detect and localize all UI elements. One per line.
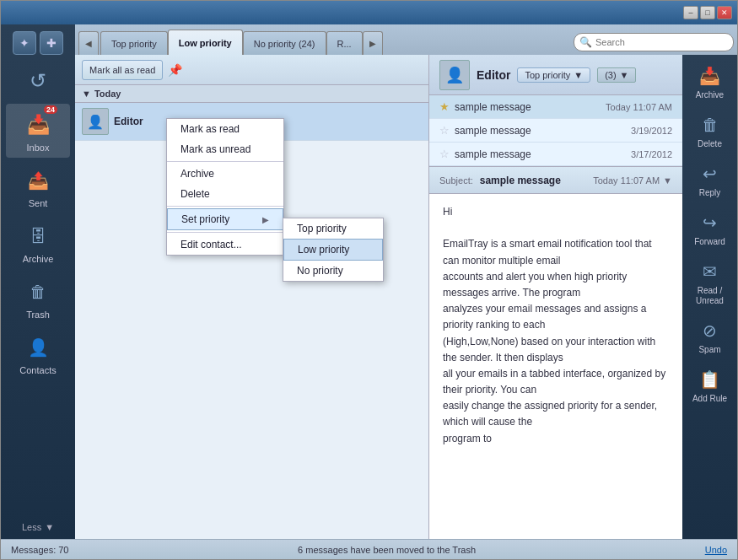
star-logo-button[interactable]: ✦: [13, 31, 36, 55]
refresh-button[interactable]: ↺: [6, 60, 70, 102]
add-rule-action-icon-area: 📋: [696, 367, 725, 392]
add-rule-action-icon: 📋: [699, 369, 720, 390]
mark-all-read-button[interactable]: Mark all as read: [82, 60, 163, 80]
message-count[interactable]: (3) ▼: [597, 67, 636, 83]
trash-icon: 🗑: [30, 283, 46, 302]
message-rows: ★ sample message Today 11:07 AM ☆ sample…: [429, 95, 682, 167]
priority-label: Top priority: [525, 70, 570, 80]
message-date-2: 3/17/2012: [631, 149, 672, 159]
count-label: (3): [605, 70, 616, 80]
less-button[interactable]: Less ▼: [22, 522, 54, 532]
title-bar-buttons: – □ ✕: [683, 6, 732, 19]
main-area: ✦ ✚ ↺ 📥 24 Inbox 📤 Sent: [1, 24, 737, 539]
spam-action-button[interactable]: ⊘ Spam: [686, 313, 735, 360]
minimize-button[interactable]: –: [683, 6, 698, 19]
message-count-status: Messages: 70: [11, 545, 68, 555]
message-date-0: Today 11:07 AM: [606, 102, 672, 112]
ctx-mark-unread[interactable]: Mark as unread: [167, 139, 283, 159]
ctx-set-priority-label: Set priority: [181, 213, 229, 225]
contacts-label: Contacts: [19, 365, 56, 375]
inbox-label: Inbox: [27, 143, 50, 153]
maximize-button[interactable]: □: [700, 6, 715, 19]
ctx-edit-contact[interactable]: Edit contact...: [167, 234, 283, 255]
tab-no-priority[interactable]: No priority (24): [243, 31, 326, 55]
refresh-icon: ↺: [30, 69, 46, 93]
refresh-icon-area: ↺: [22, 65, 54, 97]
content-area: ◀ Top priority Low priority No priority …: [75, 24, 737, 539]
ctx-archive[interactable]: Archive: [167, 164, 283, 184]
add-rule-action-label: Add Rule: [692, 394, 727, 404]
sent-icon: 📤: [28, 170, 49, 191]
message-date-1: 3/19/2012: [631, 126, 672, 136]
pin-icon: 📌: [168, 63, 182, 77]
message-row-0[interactable]: ★ sample message Today 11:07 AM: [429, 95, 682, 119]
read-unread-action-button[interactable]: ✉ Read / Unread: [686, 254, 735, 311]
contacts-icon-area: 👤: [22, 331, 54, 363]
sidebar-item-sent[interactable]: 📤 Sent: [6, 159, 70, 213]
archive-action-button[interactable]: 📥 Archive: [686, 58, 735, 105]
spam-action-icon-area: ⊘: [696, 318, 725, 343]
reply-action-button[interactable]: ↩ Reply: [686, 156, 735, 203]
tab-r[interactable]: R...: [326, 31, 363, 55]
less-label: Less: [22, 522, 41, 532]
reading-sender: Editor: [477, 68, 510, 82]
message-subject-2: sample message: [455, 148, 631, 160]
tab-low-priority[interactable]: Low priority: [168, 30, 243, 55]
group-header-today: ▼ Today: [75, 85, 428, 103]
add-account-button[interactable]: ✚: [40, 31, 63, 55]
sidebar-item-archive[interactable]: 🗄 Archive: [6, 215, 70, 269]
read-unread-action-label: Read / Unread: [696, 286, 724, 306]
count-chevron-icon: ▼: [620, 70, 629, 80]
ctx-separator-2: [167, 206, 283, 207]
sidebar-item-trash[interactable]: 🗑 Trash: [6, 271, 70, 325]
star-icon-1[interactable]: ☆: [439, 124, 450, 137]
sidebar-item-inbox[interactable]: 📥 24 Inbox: [6, 104, 70, 158]
tab-prev-button[interactable]: ◀: [78, 31, 99, 55]
trash-label: Trash: [26, 310, 50, 320]
search-input[interactable]: [595, 37, 728, 47]
ctx-set-priority[interactable]: Set priority ▶: [167, 208, 283, 230]
subject-dropdown-icon[interactable]: ▼: [663, 175, 672, 186]
forward-action-icon-area: ↪: [696, 210, 725, 235]
star-icon-2[interactable]: ☆: [439, 148, 450, 160]
subject-date: Today 11:07 AM ▼: [593, 175, 672, 186]
mark-all-read-label: Mark all as read: [89, 65, 155, 75]
reading-body: Hi EmailTray is a smart email notificati…: [429, 194, 682, 539]
submenu-low-priority[interactable]: Low priority: [283, 239, 383, 261]
ctx-mark-read[interactable]: Mark as read: [167, 119, 283, 139]
contacts-icon: 👤: [28, 337, 49, 358]
tab-top-priority[interactable]: Top priority: [100, 31, 168, 55]
submenu-top-priority-label: Top priority: [297, 223, 347, 234]
ctx-delete-label: Delete: [180, 188, 210, 200]
title-bar: – □ ✕: [1, 1, 737, 24]
delete-action-label: Delete: [698, 139, 722, 149]
priority-badge[interactable]: Top priority ▼: [517, 67, 590, 83]
delete-action-icon-area: 🗑: [696, 112, 725, 137]
subject-bar: Subject: sample message Today 11:07 AM ▼: [429, 167, 682, 194]
inbox-icon-area: 📥 24: [22, 109, 54, 141]
list-toolbar: Mark all as read 📌: [75, 55, 428, 85]
add-rule-action-button[interactable]: 📋 Add Rule: [686, 362, 735, 409]
sidebar: ✦ ✚ ↺ 📥 24 Inbox 📤 Sent: [1, 24, 75, 539]
forward-action-button[interactable]: ↪ Forward: [686, 205, 735, 252]
ctx-mark-unread-label: Mark as unread: [180, 143, 250, 155]
sent-label: Sent: [29, 198, 48, 208]
subject-value: sample message: [480, 175, 561, 186]
close-button[interactable]: ✕: [717, 6, 732, 19]
undo-button[interactable]: Undo: [705, 545, 727, 555]
group-label: Today: [94, 89, 121, 99]
submenu-no-priority[interactable]: No priority: [283, 261, 383, 281]
ctx-delete[interactable]: Delete: [167, 184, 283, 204]
delete-action-button[interactable]: 🗑 Delete: [686, 107, 735, 154]
email-body-text: Hi EmailTray is a smart email notificati…: [443, 204, 669, 447]
message-row-2[interactable]: ☆ sample message 3/17/2012: [429, 143, 682, 166]
tab-next-button[interactable]: ▶: [363, 31, 383, 55]
ctx-submenu-arrow-icon: ▶: [262, 215, 269, 224]
message-row-1[interactable]: ☆ sample message 3/19/2012: [429, 119, 682, 143]
star-icon-0[interactable]: ★: [439, 100, 450, 113]
submenu-top-priority[interactable]: Top priority: [283, 218, 383, 239]
status-message: 6 messages have been moved to the Trash: [72, 545, 701, 555]
forward-action-label: Forward: [694, 237, 725, 247]
sent-icon-area: 📤: [22, 164, 54, 197]
sidebar-item-contacts[interactable]: 👤 Contacts: [6, 326, 70, 380]
